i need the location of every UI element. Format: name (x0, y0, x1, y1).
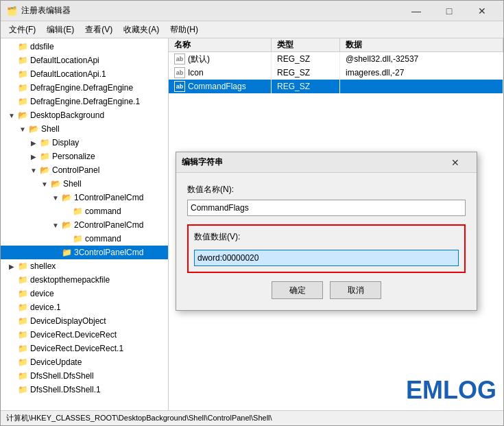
tree-item-dfsshell[interactable]: ▶ 📁 DfsShell.DfsShell (1, 369, 168, 383)
arrow-icon: ▶ (6, 41, 17, 52)
reg-sz-icon: ab (174, 67, 185, 78)
col-type: 类型 (272, 38, 340, 51)
tree-item-2controlpanelcmd[interactable]: ▼ 📂 2ControlPanelCmd (1, 218, 168, 232)
folder-icon: 📁 (17, 329, 28, 340)
tree-label: DeviceUpdate (30, 357, 82, 367)
tree-item-shell-l1[interactable]: ▼ 📂 Shell (1, 122, 168, 136)
folder-icon: 📁 (17, 96, 28, 107)
arrow-icon: ▶ (6, 288, 17, 299)
maximize-button[interactable]: □ (433, 1, 465, 21)
arrow-icon: ▶ (6, 316, 17, 327)
tree-label: ddsfile (30, 42, 54, 51)
status-text: 计算机\HKEY_CLASSES_ROOT\DesktopBackground\… (6, 413, 272, 423)
ok-button[interactable]: 确定 (272, 281, 323, 299)
cell-name: ab Icon (169, 66, 272, 80)
registry-row-icon[interactable]: ab Icon REG_SZ imageres.dll,-27 (169, 66, 503, 80)
registry-row-default[interactable]: ab (默认) REG_SZ @shell32.dll,-32537 (169, 52, 503, 66)
tree-item-defaultlocationapi[interactable]: ▶ 📁 DefaultLocationApi (1, 54, 168, 67)
value-section: 数值数据(V): (187, 224, 466, 273)
close-button[interactable]: ✕ (466, 1, 498, 21)
title-bar: 🗂️ 注册表编辑器 — □ ✕ (1, 1, 503, 21)
folder-icon: 📁 (17, 261, 28, 272)
tree-label: DfsShell.DfsShell.1 (30, 385, 101, 394)
dialog-close-button[interactable]: ✕ (440, 152, 471, 173)
tree-label: DefaultLocationApi.1 (30, 69, 106, 79)
tree-label: Personalize (52, 152, 95, 161)
tree-item-device1[interactable]: ▶ 📁 device.1 (1, 300, 168, 314)
data-input[interactable] (194, 250, 459, 266)
tree-item-devicerect1[interactable]: ▶ 📁 DeviceRect.DeviceRect.1 (1, 342, 168, 355)
tree-label: Display (52, 138, 79, 147)
window-controls: — □ ✕ (400, 1, 498, 21)
cell-type: REG_SZ (272, 66, 340, 80)
tree-item-defaultlocationapi1[interactable]: ▶ 📁 DefaultLocationApi.1 (1, 67, 168, 81)
tree-label: ControlPanel (52, 165, 99, 175)
tree-item-command2[interactable]: ▶ 📁 command (1, 232, 168, 246)
arrow-icon: ▶ (6, 82, 17, 93)
cancel-button[interactable]: 取消 (330, 281, 381, 299)
tree-label: 2ControlPanelCmd (74, 220, 143, 230)
tree-panel[interactable]: ▶ 📁 ddsfile ▶ 📁 DefaultLocationApi ▶ 📁 D… (1, 38, 169, 410)
menu-view[interactable]: 查看(V) (80, 23, 118, 37)
tree-item-personalize[interactable]: ▶ 📁 Personalize (1, 150, 168, 163)
tree-item-dfsshell1[interactable]: ▶ 📁 DfsShell.DfsShell.1 (1, 383, 168, 397)
arrow-icon: ▶ (6, 370, 17, 381)
tree-item-shell-l3[interactable]: ▼ 📂 Shell (1, 177, 168, 191)
tree-item-desktoptheme[interactable]: ▶ 📁 desktopthemepackfile (1, 273, 168, 287)
status-bar: 计算机\HKEY_CLASSES_ROOT\DesktopBackground\… (1, 410, 503, 425)
folder-icon: 📁 (17, 316, 28, 327)
tree-label: command (85, 206, 121, 216)
tree-label: Shell (63, 179, 82, 189)
menu-favorites[interactable]: 收藏夹(A) (118, 23, 165, 37)
cell-data (340, 80, 503, 93)
tree-item-defrag[interactable]: ▶ 📁 DefragEngine.DefragEngine (1, 81, 168, 95)
folder-icon: 📁 (17, 55, 28, 66)
tree-label: DefaultLocationApi (30, 56, 99, 65)
tree-label: DfsShell.DfsShell (30, 371, 94, 381)
tree-label: device (30, 289, 54, 298)
tree-item-display[interactable]: ▶ 📁 Display (1, 136, 168, 150)
tree-item-device[interactable]: ▶ 📁 device (1, 287, 168, 300)
tree-item-1controlpanelcmd[interactable]: ▼ 📂 1ControlPanelCmd (1, 191, 168, 204)
folder-icon: 📁 (17, 69, 28, 80)
expand-arrow-icon: ▶ (28, 137, 39, 148)
tree-label: Shell (41, 124, 60, 134)
menu-bar: 文件(F) 编辑(E) 查看(V) 收藏夹(A) 帮助(H) (1, 21, 503, 38)
tree-item-ddsfile[interactable]: ▶ 📁 ddsfile (1, 40, 168, 54)
folder-icon: 📁 (39, 151, 50, 162)
col-name: 名称 (169, 38, 272, 51)
right-header: 名称 类型 数据 (169, 38, 503, 52)
tree-item-shellex[interactable]: ▶ 📁 shellex (1, 259, 168, 273)
expand-arrow-icon: ▼ (17, 123, 28, 134)
tree-item-devicedisplay[interactable]: ▶ 📁 DeviceDisplayObject (1, 314, 168, 328)
folder-icon: 📁 (39, 137, 50, 148)
arrow-icon: ▶ (6, 69, 17, 80)
tree-item-desktopbg[interactable]: ▼ 📂 DesktopBackground (1, 108, 168, 122)
name-input[interactable] (187, 200, 466, 216)
arrow-icon: ▶ (61, 206, 72, 217)
folder-icon: 📁 (17, 41, 28, 52)
tree-label: desktopthemepackfile (30, 275, 110, 285)
tree-label: shellex (30, 261, 56, 271)
arrow-icon: ▶ (50, 247, 61, 258)
tree-item-controlpanel[interactable]: ▼ 📂 ControlPanel (1, 163, 168, 177)
tree-item-defrag1[interactable]: ▶ 📁 DefragEngine.DefragEngine.1 (1, 95, 168, 108)
tree-label: 1ControlPanelCmd (74, 193, 143, 202)
tree-label: DefragEngine.DefragEngine (30, 83, 133, 93)
tree-item-command1[interactable]: ▶ 📁 command (1, 204, 168, 218)
menu-file[interactable]: 文件(F) (3, 23, 41, 37)
menu-edit[interactable]: 编辑(E) (41, 23, 80, 37)
arrow-icon: ▶ (6, 302, 17, 313)
tree-item-3controlpanelcmd[interactable]: ▶ 📁 3ControlPanelCmd (1, 246, 168, 259)
minimize-button[interactable]: — (400, 1, 432, 21)
folder-icon: 📁 (17, 384, 28, 395)
menu-help[interactable]: 帮助(H) (165, 23, 204, 37)
tree-item-devicerect[interactable]: ▶ 📁 DeviceRect.DeviceRect (1, 328, 168, 342)
folder-icon: 📂 (61, 220, 72, 230)
arrow-icon: ▶ (6, 343, 17, 354)
arrow-icon: ▶ (61, 233, 72, 244)
tree-label: DeviceRect.DeviceRect.1 (30, 344, 123, 353)
registry-row-commandflags[interactable]: ab CommandFlags REG_SZ (169, 80, 503, 93)
tree-item-deviceupdate[interactable]: ▶ 📁 DeviceUpdate (1, 355, 168, 369)
expand-arrow-icon: ▼ (50, 220, 61, 230)
